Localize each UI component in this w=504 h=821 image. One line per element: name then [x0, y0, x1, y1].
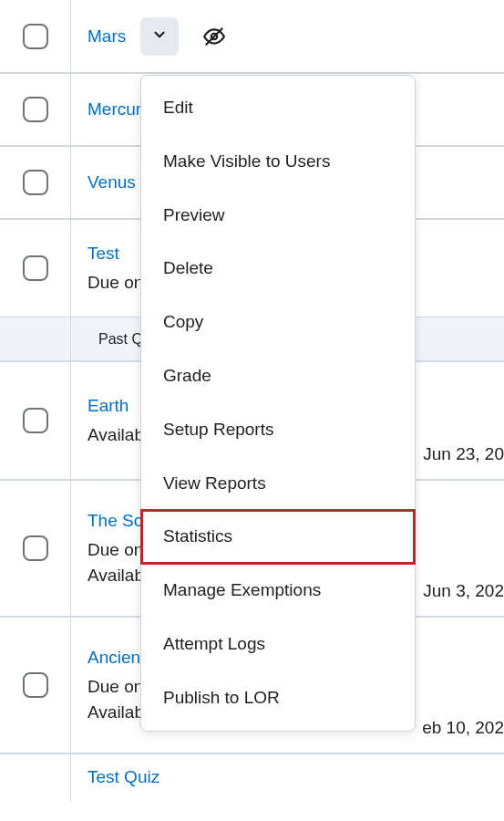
menu-item-attempt-logs[interactable]: Attempt Logs	[141, 618, 415, 671]
row-checkbox[interactable]	[23, 170, 48, 195]
category-checkbox-cell	[0, 317, 71, 360]
checkbox-cell	[0, 74, 71, 145]
menu-item-grade[interactable]: Grade	[141, 349, 415, 403]
row-checkbox[interactable]	[23, 255, 48, 281]
checkbox-cell	[0, 0, 71, 72]
date-text: eb 10, 202	[422, 618, 504, 753]
row-checkbox[interactable]	[23, 97, 48, 122]
checkbox-cell	[0, 618, 71, 753]
row-checkbox[interactable]	[23, 672, 48, 698]
menu-item-view-reports[interactable]: View Reports	[141, 457, 415, 511]
hidden-icon	[202, 25, 226, 48]
checkbox-cell	[0, 481, 71, 616]
date-text: Jun 23, 20	[423, 362, 504, 479]
menu-item-setup-reports[interactable]: Setup Reports	[141, 403, 415, 457]
menu-item-delete[interactable]: Delete	[141, 242, 415, 296]
menu-item-make-visible-to-users[interactable]: Make Visible to Users	[141, 135, 415, 189]
menu-item-copy[interactable]: Copy	[141, 296, 415, 349]
checkbox-cell	[0, 362, 71, 479]
row-checkbox[interactable]	[23, 535, 48, 561]
table-row: Mars	[0, 0, 504, 73]
row-checkbox[interactable]	[23, 408, 48, 433]
menu-item-publish-to-lor[interactable]: Publish to LOR	[141, 671, 415, 725]
row-checkbox[interactable]	[23, 24, 48, 49]
menu-item-statistics[interactable]: Statistics	[141, 510, 415, 564]
table-row: Test Quiz	[0, 753, 504, 802]
chevron-down-icon	[151, 26, 168, 46]
menu-item-edit[interactable]: Edit	[141, 81, 415, 135]
row-content: Test Quiz	[71, 754, 504, 802]
checkbox-cell	[0, 754, 71, 802]
quiz-link[interactable]: Test Quiz	[87, 767, 488, 787]
row-actions-dropdown[interactable]	[140, 17, 179, 56]
row-content: Mars	[71, 0, 504, 72]
checkbox-cell	[0, 220, 71, 317]
quiz-link[interactable]: Mars	[87, 26, 126, 47]
checkbox-cell	[0, 147, 71, 218]
menu-item-preview[interactable]: Preview	[141, 189, 415, 243]
menu-item-manage-exemptions[interactable]: Manage Exemptions	[141, 564, 415, 618]
row-actions-menu: EditMake Visible to UsersPreviewDeleteCo…	[140, 75, 416, 732]
date-text: Jun 3, 202	[423, 481, 504, 616]
